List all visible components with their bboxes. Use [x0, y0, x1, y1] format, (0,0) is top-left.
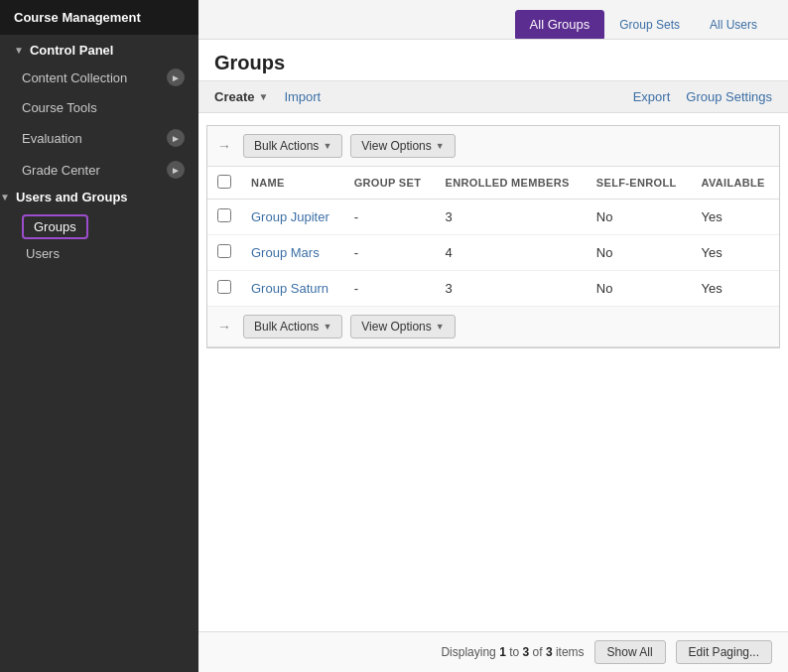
control-panel-label: Control Panel — [30, 43, 114, 58]
col-enrolled-members: ENROLLED MEMBERS — [436, 167, 587, 200]
row-enrolled-members: 3 — [436, 271, 587, 307]
bulk-actions-caret-icon-bottom: ▼ — [323, 322, 331, 332]
row-name: Group Mars — [241, 235, 344, 271]
row-self-enroll: No — [587, 200, 692, 235]
row-checkbox-cell — [207, 200, 241, 235]
sidebar-item-label: Content Collection — [22, 70, 127, 85]
group-settings-link[interactable]: Group Settings — [686, 89, 772, 104]
sidebar-users-label: Users — [26, 246, 60, 261]
create-caret-icon: ▼ — [258, 91, 268, 102]
arrow-right-icon: ► — [167, 161, 185, 179]
pagination-bar: Displaying 1 to 3 of 3 items Show All Ed… — [198, 631, 788, 672]
import-link[interactable]: Import — [284, 89, 321, 104]
row-checkbox[interactable] — [217, 280, 231, 294]
bulk-actions-button-bottom[interactable]: Bulk Actions ▼ — [243, 315, 342, 338]
tab-all-users[interactable]: All Users — [695, 11, 772, 39]
show-all-button[interactable]: Show All — [594, 640, 666, 664]
sidebar-item-label: Course Tools — [22, 100, 97, 115]
row-checkbox[interactable] — [217, 244, 231, 258]
tab-all-groups[interactable]: All Groups — [515, 10, 605, 39]
create-button[interactable]: Create ▼ — [214, 89, 268, 104]
row-self-enroll: No — [587, 235, 692, 271]
view-options-label-bottom: View Options — [361, 320, 431, 334]
toolbar: Create ▼ Import Export Group Settings — [198, 81, 788, 113]
row-available: Yes — [691, 235, 779, 271]
row-enrolled-members: 4 — [436, 235, 587, 271]
edit-paging-button[interactable]: Edit Paging... — [676, 640, 772, 664]
sidebar-title: Course Management — [0, 0, 198, 35]
select-all-checkbox[interactable] — [217, 175, 231, 189]
row-group-set: - — [344, 200, 436, 235]
control-panel-chevron: ▼ — [14, 45, 24, 56]
top-action-bar: → Bulk Actions ▼ View Options ▼ — [207, 126, 779, 167]
select-all-arrow-icon: → — [217, 138, 231, 154]
page-title: Groups — [214, 52, 772, 74]
sidebar-item-grade-center[interactable]: Grade Center ► — [0, 154, 198, 186]
users-and-groups-section: ▼ Users and Groups — [0, 186, 198, 208]
group-name-link[interactable]: Group Mars — [251, 245, 320, 260]
bulk-actions-button-top[interactable]: Bulk Actions ▼ — [243, 134, 342, 158]
bottom-select-all-arrow-icon: → — [217, 319, 231, 335]
sidebar-item-groups[interactable]: Groups — [22, 214, 88, 239]
row-checkbox[interactable] — [217, 208, 231, 222]
export-link[interactable]: Export — [633, 89, 671, 104]
row-self-enroll: No — [587, 271, 692, 307]
view-options-caret-icon-bottom: ▼ — [436, 322, 445, 332]
tab-group-sets[interactable]: Group Sets — [604, 11, 695, 39]
view-options-label-top: View Options — [361, 139, 431, 153]
group-name-link[interactable]: Group Jupiter — [251, 209, 329, 224]
row-checkbox-cell — [207, 235, 241, 271]
bulk-actions-label-top: Bulk Actions — [254, 139, 319, 153]
create-label: Create — [214, 89, 254, 104]
sidebar-item-course-tools[interactable]: Course Tools — [0, 93, 198, 122]
users-and-groups-label: Users and Groups — [16, 190, 128, 204]
col-name: NAME — [241, 167, 344, 200]
group-name-link[interactable]: Group Saturn — [251, 281, 328, 296]
bulk-actions-label-bottom: Bulk Actions — [254, 320, 319, 334]
table-row: Group Jupiter - 3 No Yes — [207, 200, 779, 235]
toolbar-left: Create ▼ Import — [214, 89, 321, 104]
row-enrolled-members: 3 — [436, 200, 587, 235]
tab-bar: All Groups Group Sets All Users — [198, 0, 788, 40]
row-available: Yes — [691, 271, 779, 307]
table-area: → Bulk Actions ▼ View Options ▼ — [198, 113, 788, 631]
sidebar-item-users[interactable]: Users — [0, 241, 198, 266]
row-checkbox-cell — [207, 271, 241, 307]
table-container: → Bulk Actions ▼ View Options ▼ — [206, 125, 780, 348]
arrow-right-icon: ► — [167, 68, 185, 86]
users-groups-chevron: ▼ — [0, 192, 10, 202]
table-header-row: NAME GROUP SET ENROLLED MEMBERS SELF-ENR… — [207, 167, 779, 200]
sidebar: Course Management ▼ Control Panel Conten… — [0, 0, 198, 672]
bottom-action-bar: → Bulk Actions ▼ View Options ▼ — [207, 307, 779, 347]
view-options-caret-icon: ▼ — [436, 141, 445, 151]
sidebar-item-label: Grade Center — [22, 163, 100, 178]
col-available: AVAILABLE — [691, 167, 779, 200]
groups-table: NAME GROUP SET ENROLLED MEMBERS SELF-ENR… — [207, 167, 779, 307]
table-row: Group Saturn - 3 No Yes — [207, 271, 779, 307]
sidebar-item-evaluation[interactable]: Evaluation ► — [0, 122, 198, 154]
view-options-button-bottom[interactable]: View Options ▼ — [350, 315, 455, 338]
main-content: All Groups Group Sets All Users Groups C… — [198, 0, 788, 672]
col-self-enroll: SELF-ENROLL — [587, 167, 692, 200]
view-options-button-top[interactable]: View Options ▼ — [350, 134, 455, 158]
page-header: Groups — [198, 40, 788, 81]
row-available: Yes — [691, 200, 779, 235]
table-row: Group Mars - 4 No Yes — [207, 235, 779, 271]
pagination-text: Displaying 1 to 3 of 3 items — [441, 645, 584, 659]
sidebar-item-content-collection[interactable]: Content Collection ► — [0, 62, 198, 93]
control-panel-section: ▼ Control Panel — [0, 35, 198, 62]
row-group-set: - — [344, 271, 436, 307]
row-name: Group Saturn — [241, 271, 344, 307]
toolbar-right: Export Group Settings — [633, 89, 772, 104]
content-area: Groups Create ▼ Import Export Group Sett… — [198, 40, 788, 672]
col-group-set: GROUP SET — [344, 167, 436, 200]
row-group-set: - — [344, 235, 436, 271]
select-all-header — [207, 167, 241, 200]
bulk-actions-caret-icon: ▼ — [323, 141, 331, 151]
sidebar-item-label: Evaluation — [22, 131, 82, 146]
row-name: Group Jupiter — [241, 200, 344, 235]
arrow-right-icon: ► — [167, 129, 185, 147]
